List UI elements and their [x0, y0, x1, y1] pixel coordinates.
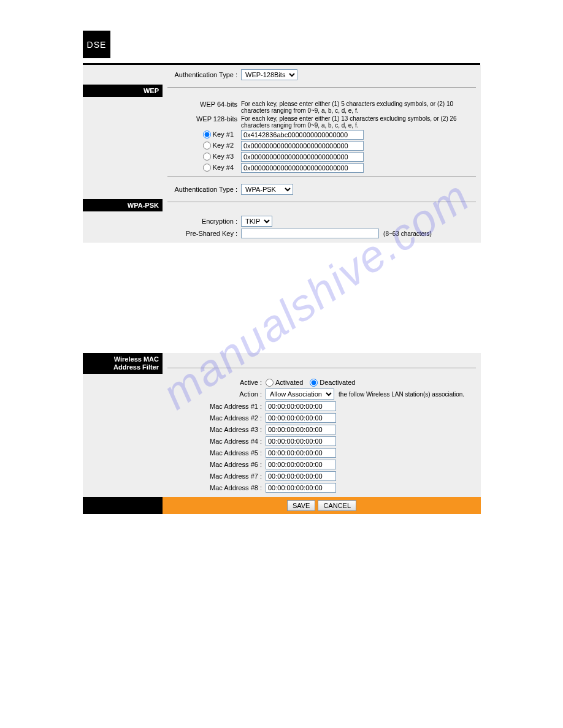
wpa-section-title: WPA-PSK	[83, 199, 163, 211]
wep-auth-select[interactable]: WEP-128Bits	[241, 69, 297, 80]
wep-key3-radio[interactable]	[203, 153, 211, 161]
wep-key2-input[interactable]	[241, 141, 364, 151]
wpa-auth-label: Authentication Type :	[167, 186, 241, 193]
wep-key3-input[interactable]	[241, 152, 364, 162]
activated-radio[interactable]	[266, 379, 274, 387]
footer-right-orange: SAVE CANCEL	[163, 497, 481, 514]
mac-addr7-input[interactable]	[266, 471, 336, 481]
save-button[interactable]: SAVE	[287, 500, 316, 511]
wep-key1-label: Key #1	[213, 131, 234, 138]
mac-addr2-label: Mac Address #2 :	[167, 414, 266, 422]
wep-key4-radio[interactable]	[203, 164, 211, 172]
wpa-psk-label: Pre-Shared Key :	[167, 230, 241, 237]
wep-key1-input[interactable]	[241, 130, 364, 140]
mac-addr6-input[interactable]	[266, 460, 336, 469]
macfilter-action-label: Action :	[167, 390, 266, 398]
wpa-enc-label: Encryption :	[167, 218, 241, 225]
wpa-psk-note: (8~63 characters)	[383, 230, 432, 237]
wep-key3-label: Key #3	[213, 153, 234, 160]
mac-addr2-input[interactable]	[266, 413, 336, 423]
macfilter-action-select[interactable]: Allow Association	[266, 389, 334, 400]
logo: DSE	[83, 31, 110, 58]
mac-addr1-input[interactable]	[266, 401, 336, 411]
wep-auth-label: Authentication Type :	[167, 71, 241, 78]
mac-addr8-input[interactable]	[266, 483, 336, 493]
wpa-enc-select[interactable]: TKIP	[241, 216, 272, 227]
macfilter-section-title: Wireless MAC Address Filter	[83, 353, 163, 374]
wep-key2-radio[interactable]	[203, 142, 211, 150]
deactivated-label: Deactivated	[320, 379, 355, 386]
wep-key4-input[interactable]	[241, 163, 364, 173]
footer-left-black	[83, 497, 163, 514]
wpa-auth-select[interactable]: WPA-PSK	[241, 184, 293, 195]
mac-addr3-label: Mac Address #3 :	[167, 426, 266, 433]
wep-key4-label: Key #4	[213, 164, 234, 171]
mac-addr4-input[interactable]	[266, 436, 336, 446]
mac-addr5-label: Mac Address #5 :	[167, 449, 266, 457]
wep-key1-radio[interactable]	[203, 131, 211, 138]
wep128-label: WEP 128-bits	[167, 115, 241, 129]
mac-addr3-input[interactable]	[266, 425, 336, 434]
blank-spacer	[83, 243, 481, 353]
mac-addr5-input[interactable]	[266, 448, 336, 458]
macfilter-action-suffix: the follow Wireless LAN station(s) assoc…	[339, 391, 464, 398]
wpa-psk-input[interactable]	[241, 229, 379, 238]
deactivated-radio[interactable]	[310, 379, 318, 387]
wep128-info: For each key, please enter either (1) 13…	[241, 115, 476, 129]
wep64-info: For each key, please enter either (1) 5 …	[241, 100, 476, 114]
macfilter-active-label: Active :	[167, 379, 266, 386]
mac-addr4-label: Mac Address #4 :	[167, 438, 266, 445]
cancel-button[interactable]: CANCEL	[318, 500, 356, 511]
wep-section-title: WEP	[83, 85, 163, 97]
activated-label: Activated	[275, 379, 303, 386]
wep-key2-label: Key #2	[213, 142, 234, 149]
mac-addr6-label: Mac Address #6 :	[167, 461, 266, 468]
mac-addr8-label: Mac Address #8 :	[167, 484, 266, 491]
mac-addr1-label: Mac Address #1 :	[167, 403, 266, 410]
wep64-label: WEP 64-bits	[167, 100, 241, 114]
mac-addr7-label: Mac Address #7 :	[167, 472, 266, 480]
